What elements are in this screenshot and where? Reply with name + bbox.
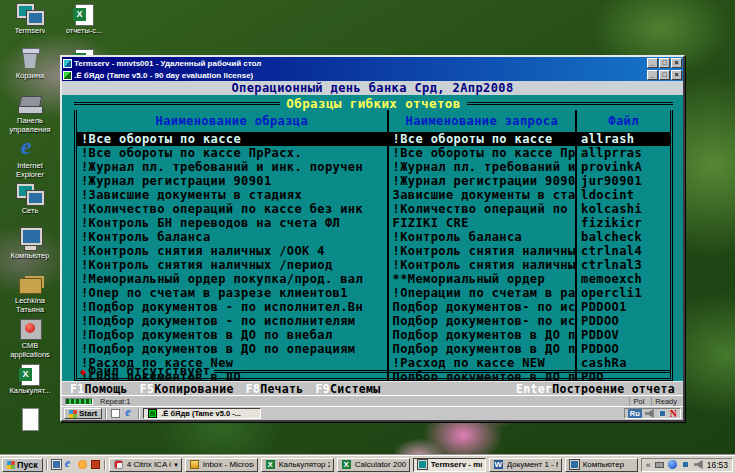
minimize-icon[interactable]: _ xyxy=(647,70,658,80)
table-row[interactable]: !Контроль снятия наличных /ООК 4 !Контро… xyxy=(77,244,670,258)
desktop-icon[interactable]: отчеты-с... xyxy=(57,2,111,47)
table-row[interactable]: !Мемориальный ордер покупка/прод. вал **… xyxy=(77,272,670,286)
cell-sample-name[interactable]: !Контроль БН переводов на счета ФЛ xyxy=(77,216,387,230)
close-icon[interactable]: × xyxy=(671,58,682,68)
tray-icon[interactable] xyxy=(680,459,691,470)
cell-sample-name[interactable]: !Контроль снятия наличных /ООК 4 xyxy=(77,244,387,258)
cell-file-name[interactable]: opercli1 xyxy=(575,286,670,300)
cell-sample-name[interactable]: !Подбор документов в ДО по операциям xyxy=(77,342,387,356)
remote-quicklaunch-ie-icon[interactable] xyxy=(124,408,135,419)
table-row[interactable]: !Опер по счетам в разрезе клиентов1 !Опе… xyxy=(77,286,670,300)
table-row[interactable]: !Контроль снятия наличных /период !Контр… xyxy=(77,258,670,272)
function-key[interactable]: Enter Построение отчета xyxy=(516,382,675,396)
remote-tray-speaker-icon[interactable] xyxy=(644,408,655,419)
cell-sample-name[interactable]: !Подбор документов - по исполнителям xyxy=(77,314,387,328)
desktop-icon[interactable]: Панель управления xyxy=(3,92,57,137)
task-button[interactable]: Termserv - mnvts... ▾ xyxy=(413,458,486,472)
table-row[interactable]: !Подбор документов в ДО по операциям Под… xyxy=(77,342,670,356)
cell-file-name[interactable]: provinkA xyxy=(575,160,670,174)
table-row[interactable]: !Контроль БН переводов на счета ФЛ FIZIK… xyxy=(77,216,670,230)
desktop-icon[interactable]: Internet Explorer xyxy=(3,137,57,182)
cell-request-name[interactable]: !Количество операций по xyxy=(387,202,576,216)
cell-file-name[interactable]: allrash xyxy=(575,132,670,146)
cell-file-name[interactable]: PDDOO xyxy=(575,314,670,328)
cell-file-name[interactable]: allprras xyxy=(575,146,670,160)
cell-sample-name[interactable]: !Зависшие документы в стадиях xyxy=(77,188,387,202)
tray-icon[interactable] xyxy=(654,459,665,470)
cell-file-name[interactable]: balcheck xyxy=(575,230,670,244)
cell-request-name[interactable]: !Журнал регистрации 9090 xyxy=(387,174,576,188)
task-button[interactable]: 4 Citrix ICA Client ... ▾ xyxy=(109,458,182,472)
desktop-icon[interactable]: Lechkina Татьяна xyxy=(3,272,57,317)
function-key[interactable]: F5 Копирование xyxy=(140,382,234,396)
cell-request-name[interactable]: !Контроль снятия наличны xyxy=(387,258,576,272)
cell-file-name[interactable]: ctrlnal3 xyxy=(575,258,670,272)
desktop-icon[interactable]: Калькулят... xyxy=(3,362,57,407)
cell-request-name[interactable]: Подбор документов в ДО п xyxy=(387,328,576,342)
lotus-notes-icon[interactable]: N xyxy=(670,409,677,418)
table-row[interactable]: !Все обороты по кассе !Все обороты по ка… xyxy=(77,132,670,146)
table-row[interactable]: !Подбор документов в ДО по внебал Подбор… xyxy=(77,328,670,342)
cell-sample-name[interactable]: !Подбор документов - по исполнител.Вн xyxy=(77,300,387,314)
table-row[interactable]: !Все обороты по кассе ПрРасх. !Все оборо… xyxy=(77,146,670,160)
cell-request-name[interactable]: !Контроль баланса xyxy=(387,230,576,244)
cell-request-name[interactable]: !Контроль снятия наличны xyxy=(387,244,576,258)
cell-request-name[interactable]: !Все обороты по кассе Пр xyxy=(387,146,576,160)
cell-request-name[interactable]: FIZIKI CRE xyxy=(387,216,576,230)
cell-request-name[interactable]: Зависшие документы в ста xyxy=(387,188,576,202)
task-button[interactable]: Inbox - Microsoft O... ▾ xyxy=(185,458,258,472)
cell-file-name[interactable]: memoexch xyxy=(575,272,670,286)
cell-sample-name[interactable]: !Контроль баланса xyxy=(77,230,387,244)
cell-file-name[interactable]: kolcashi xyxy=(575,202,670,216)
cell-file-name[interactable]: fizikicr xyxy=(575,216,670,230)
desktop-icon[interactable]: Корзина xyxy=(3,47,57,92)
table-row[interactable]: !Количество операций по кассе без инк !К… xyxy=(77,202,670,216)
desktop-icon[interactable]: Сеть xyxy=(3,182,57,227)
cell-file-name[interactable]: ldocint xyxy=(575,188,670,202)
task-button[interactable]: Документ 1 - Micros... ▾ xyxy=(489,458,562,472)
quicklaunch-icon[interactable] xyxy=(51,459,62,470)
task-button[interactable]: Calculator 20071024 ▾ xyxy=(337,458,410,472)
close-icon[interactable]: × xyxy=(671,70,682,80)
quicklaunch-icon[interactable] xyxy=(90,459,101,470)
cell-request-name[interactable]: !Все обороты по кассе xyxy=(387,132,576,146)
minimize-icon[interactable]: _ xyxy=(647,58,658,68)
cell-sample-name[interactable]: !Все обороты по кассе xyxy=(77,132,387,146)
cell-sample-name[interactable]: !Мемориальный ордер покупка/прод. вал xyxy=(77,272,387,286)
table-row[interactable]: !Подбор документов - по исполнителям Под… xyxy=(77,314,670,328)
cell-request-name[interactable]: Подбор документов- по ис xyxy=(387,300,576,314)
desktop-icon[interactable]: СМВ applications xyxy=(3,317,57,362)
cell-request-name[interactable]: Подбор документов в ДО п xyxy=(387,342,576,356)
cell-file-name[interactable]: PDDOO1 xyxy=(575,300,670,314)
remote-task-tame[interactable]: .Ё бЯдв (Tame v5.0 -... xyxy=(143,408,261,419)
cell-sample-name[interactable]: !Контроль снятия наличных /период xyxy=(77,258,387,272)
cell-file-name[interactable]: ctrlnal4 xyxy=(575,244,670,258)
start-button[interactable]: Пуск xyxy=(2,458,43,472)
cell-file-name[interactable]: PDDOO xyxy=(575,342,670,356)
table-row[interactable]: !Зависшие документы в стадиях Зависшие д… xyxy=(77,188,670,202)
cell-sample-name[interactable]: !Количество операций по кассе без инк xyxy=(77,202,387,216)
tray-icon[interactable] xyxy=(667,459,678,470)
task-button[interactable]: Калькулятор 2008 ... ▾ xyxy=(261,458,334,472)
function-key[interactable]: F9 Системы xyxy=(316,382,381,396)
table-row[interactable]: !Контроль баланса !Контроль баланса balc… xyxy=(77,230,670,244)
cell-file-name[interactable]: PDDOV xyxy=(575,328,670,342)
table-row[interactable]: !Подбор документов - по исполнител.Вн По… xyxy=(77,300,670,314)
language-indicator[interactable]: Ru xyxy=(628,409,642,418)
cell-sample-name[interactable]: !Журнал пл. требований и инк. поручен xyxy=(77,160,387,174)
quicklaunch-icon[interactable] xyxy=(77,459,88,470)
tray-icon[interactable] xyxy=(693,459,704,470)
function-key[interactable]: F1 Помощь xyxy=(70,382,128,396)
cell-sample-name[interactable]: !Опер по счетам в разрезе клиентов1 xyxy=(77,286,387,300)
cell-file-name[interactable]: jur90901 xyxy=(575,174,670,188)
cell-request-name[interactable]: **Мемориальный ордер xyxy=(387,272,576,286)
tray-chevron-icon[interactable]: « xyxy=(646,460,651,470)
table-row[interactable]: !Журнал регистрации 90901 !Журнал регист… xyxy=(77,174,670,188)
remote-tray-network-icon[interactable] xyxy=(657,408,668,419)
termserv-titlebar[interactable]: Termserv - mnvts001 - Удаленный рабочий … xyxy=(62,57,683,69)
desktop-icon[interactable]: Компьютер xyxy=(3,227,57,272)
task-button[interactable]: Компьютер ▾ xyxy=(565,458,638,472)
remote-quicklaunch-page-icon[interactable] xyxy=(110,408,121,419)
cell-request-name[interactable]: !Журнал пл. требований и xyxy=(387,160,576,174)
tame-titlebar[interactable]: .Ё бЯдо (Tame v5.0 - 90 day evaluation l… xyxy=(62,69,683,81)
